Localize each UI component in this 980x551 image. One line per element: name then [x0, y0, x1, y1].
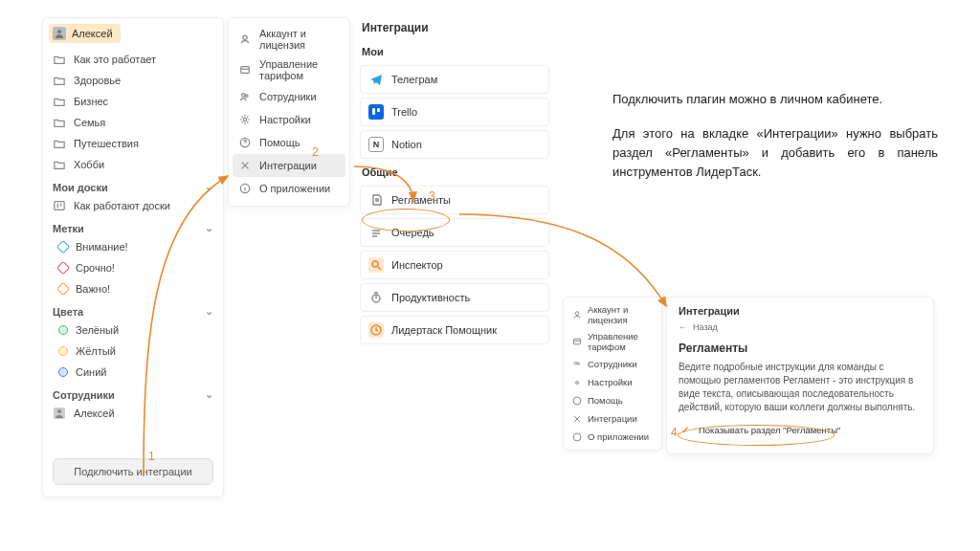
integration-reglaments[interactable]: Регламенты: [360, 186, 549, 214]
project-item[interactable]: Как это работает: [43, 49, 223, 70]
section-employees[interactable]: Сотрудники⌄: [43, 383, 223, 403]
folder-icon: [53, 53, 66, 66]
tag-item[interactable]: Внимание!: [43, 236, 223, 257]
settings-sm-account[interactable]: Аккаунт и лицензия: [564, 301, 661, 328]
productivity-icon: [368, 290, 384, 305]
helper-icon: [368, 322, 384, 338]
billing-icon: [571, 337, 582, 347]
integration-queue[interactable]: Очередь: [360, 218, 549, 247]
info-icon: [238, 182, 252, 195]
svg-point-22: [573, 433, 581, 441]
settings-item-employees[interactable]: Сотрудники: [229, 85, 349, 108]
settings-item-settings[interactable]: Настройки: [229, 108, 349, 131]
gear-icon: [238, 113, 252, 126]
section-boards[interactable]: Мои доски⌄: [43, 175, 223, 195]
color-item[interactable]: Зелёный: [43, 320, 223, 341]
project-label: Путешествия: [74, 138, 139, 149]
integrations-icon: [571, 413, 582, 424]
people-icon: [238, 90, 252, 103]
settings-sm-employees[interactable]: Сотрудники: [564, 355, 661, 373]
board-item[interactable]: Как работают доски: [43, 195, 223, 216]
color-swatch: [58, 346, 68, 356]
user-chip[interactable]: Алексей: [49, 24, 121, 43]
settings-menu: Аккаунт и лицензия Управление тарифом Со…: [228, 17, 350, 207]
settings-sm-integrations[interactable]: Интеграции: [564, 409, 661, 428]
help-icon: [238, 136, 252, 149]
folder-icon: [53, 116, 66, 129]
integration-trello[interactable]: Trello: [360, 98, 549, 126]
back-button[interactable]: ←Назад: [679, 322, 922, 332]
tag-icon: [56, 282, 70, 296]
integration-inspector[interactable]: Инспектор: [360, 251, 549, 279]
gear-icon: [571, 377, 582, 387]
project-item[interactable]: Бизнес: [43, 91, 223, 112]
color-item[interactable]: Синий: [43, 362, 223, 383]
tag-item[interactable]: Важно!: [43, 278, 223, 299]
svg-point-8: [243, 118, 246, 121]
chevron-down-icon: ⌄: [205, 388, 213, 401]
tag-icon: [56, 240, 70, 253]
settings-sm-billing[interactable]: Управление тарифом: [564, 328, 661, 355]
board-label: Как работают доски: [74, 200, 170, 211]
color-swatch: [58, 367, 68, 377]
help-icon: [571, 395, 582, 406]
project-label: Бизнес: [74, 96, 108, 107]
svg-point-6: [242, 94, 245, 97]
svg-point-18: [574, 362, 577, 364]
color-item[interactable]: Жёлтый: [43, 341, 223, 362]
integration-productivity[interactable]: Продуктивность: [360, 283, 549, 312]
svg-rect-1: [55, 202, 64, 210]
project-item[interactable]: Здоровье: [43, 70, 223, 91]
integration-telegram[interactable]: Телеграм: [360, 65, 549, 94]
trello-icon: [368, 104, 384, 120]
reglaments-icon: [368, 192, 384, 208]
board-icon: [53, 199, 66, 212]
svg-point-20: [575, 381, 578, 384]
settings-item-integrations[interactable]: Интеграции: [233, 154, 345, 177]
project-item[interactable]: Семья: [43, 112, 223, 133]
inspector-icon: [368, 257, 384, 273]
annotation-number-4: 4: [671, 426, 678, 439]
integration-helper[interactable]: Лидертаск Помощник: [360, 316, 549, 344]
connect-integrations-button[interactable]: Подключить интеграции: [53, 458, 213, 485]
settings-sm-settings[interactable]: Настройки: [564, 373, 661, 391]
tag-icon: [56, 261, 70, 275]
project-label: Семья: [74, 117, 105, 128]
settings-menu-small: Аккаунт и лицензия Управление тарифом Со…: [563, 297, 662, 451]
svg-point-19: [577, 363, 579, 364]
settings-sm-help[interactable]: Помощь: [564, 391, 661, 409]
settings-item-account[interactable]: Аккаунт и лицензия: [229, 24, 349, 55]
settings-item-help[interactable]: Помощь: [229, 131, 349, 154]
toggle-label: Показывать раздел "Регламенты": [699, 425, 840, 435]
chevron-down-icon: ⌄: [205, 181, 213, 193]
settings-item-billing[interactable]: Управление тарифом: [229, 55, 349, 85]
employee-item[interactable]: Алексей: [43, 403, 223, 424]
section-tags[interactable]: Метки⌄: [43, 216, 223, 236]
people-icon: [571, 359, 582, 369]
integrations-title: Интеграции: [354, 17, 555, 42]
arrow-left-icon: ←: [679, 322, 687, 332]
tag-item[interactable]: Срочно!: [43, 257, 223, 278]
svg-rect-11: [372, 108, 375, 115]
folder-icon: [53, 74, 66, 87]
settings-sm-about[interactable]: О приложении: [564, 428, 661, 446]
project-item[interactable]: Путешествия: [43, 133, 223, 154]
svg-point-0: [57, 30, 61, 33]
chevron-down-icon: ⌄: [205, 305, 213, 318]
check-icon: ✓: [679, 424, 691, 436]
integrations-panel: Интеграции Мои Телеграм Trello NNotion О…: [354, 17, 555, 348]
folder-icon: [53, 137, 66, 150]
copy-line-2: Для этого на вкладке «Интеграции» нужно …: [612, 124, 938, 182]
section-colors[interactable]: Цвета⌄: [43, 299, 223, 320]
integration-notion[interactable]: NNotion: [360, 130, 549, 159]
svg-point-7: [245, 95, 248, 98]
avatar-icon: [53, 27, 66, 40]
toggle-show-reglaments[interactable]: ✓ Показывать раздел "Регламенты": [679, 424, 922, 436]
settings-item-about[interactable]: О приложении: [229, 177, 349, 200]
svg-rect-17: [573, 339, 580, 344]
svg-point-21: [573, 397, 581, 405]
svg-rect-5: [241, 67, 250, 74]
detail-title: Регламенты: [679, 342, 922, 355]
project-item[interactable]: Хобби: [43, 154, 223, 175]
sidebar: Алексей Как это работает Здоровье Бизнес…: [42, 17, 224, 497]
